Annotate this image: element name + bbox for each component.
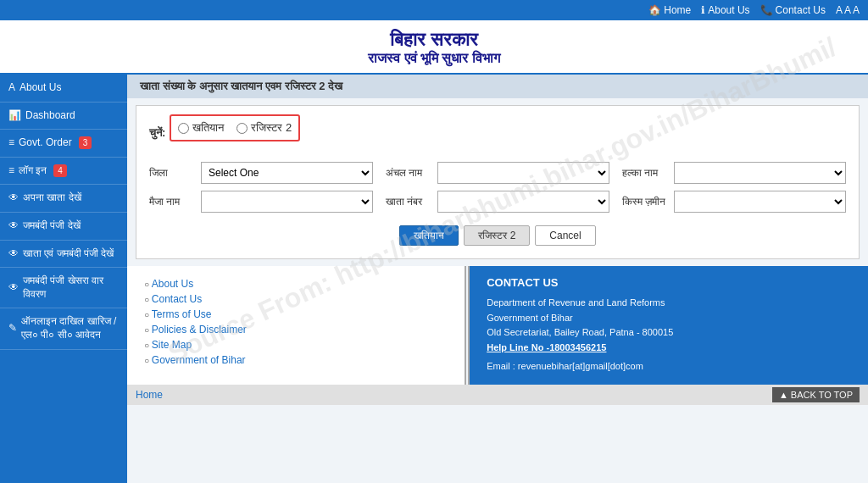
kism-field: किस्म ज़मीन — [622, 191, 846, 213]
form-section: चुनें: खतियान रजिस्टर 2 जिला — [136, 105, 860, 259]
khata-field: खाता नंबर — [386, 191, 609, 213]
apna-khata-icon: 👁 — [8, 191, 19, 205]
radio-group: खतियान रजिस्टर 2 — [170, 114, 300, 141]
footer-link-policies[interactable]: Policies & Disclaimer — [144, 322, 448, 337]
site-title2: राजस्व एवं भूमि सुधार विभाग — [0, 51, 868, 66]
page-heading: खाता संख्या के अनुसार खातयान एवम रजिस्टर… — [127, 75, 868, 98]
sidebar-item-about[interactable]: A About Us — [0, 75, 127, 103]
sidebar-item-govt-order[interactable]: ≡ Govt. Order 3 — [0, 130, 127, 158]
site-title1: बिहार सरकार — [0, 29, 868, 51]
dashboard-icon: 📊 — [8, 109, 21, 123]
footer-link-gov[interactable]: Government of Bihar — [144, 352, 448, 368]
anchal-field: अंचल नाम — [386, 162, 609, 184]
online-dakhal-icon: ✎ — [8, 322, 17, 336]
jambandi-icon: 👁 — [8, 219, 19, 233]
site-header: बिहार सरकार राजस्व एवं भूमि सुधार विभाग — [0, 20, 868, 75]
khata-label: खाता नंबर — [386, 196, 432, 208]
sidebar-item-khata-jambandi[interactable]: 👁 खाता एवं जमबंदी पंजी देखें — [0, 241, 127, 269]
district-field: जिला Select One — [149, 162, 373, 184]
footer-link-sitemap[interactable]: Site Map — [144, 337, 448, 352]
halka-field: हल्का नाम — [622, 162, 846, 184]
anchal-select[interactable] — [437, 162, 609, 184]
sidebar-item-jambandi[interactable]: 👁 जमबंदी पंजी देखें — [0, 213, 127, 241]
mauza-label: मैजा नाम — [149, 196, 196, 208]
contact-nav-link[interactable]: 📞 Contact Us — [760, 4, 826, 16]
contact-helpline[interactable]: Help Line No -18003456215 — [487, 341, 851, 356]
action-buttons: खतियान रजिस्टर 2 Cancel — [149, 221, 846, 250]
kism-select[interactable] — [674, 191, 846, 213]
footer-bottom: Home ▲ BACK TO TOP — [127, 385, 868, 405]
footer-nav-home[interactable]: Home — [136, 389, 163, 401]
khatiyan-button[interactable]: खतियान — [399, 225, 459, 246]
kism-label: किस्म ज़मीन — [622, 196, 669, 208]
radio-khatiyan[interactable] — [178, 123, 189, 134]
form-row-2: मैजा नाम खाता नंबर किस्म ज़मीन — [149, 191, 846, 213]
footer-link-list: About Us Contact Us Terms of Use Policie… — [144, 276, 448, 368]
khata-jambandi-icon: 👁 — [8, 247, 19, 261]
district-select[interactable]: Select One — [201, 162, 373, 184]
contact-icon: 📞 — [760, 4, 773, 16]
halka-select[interactable] — [674, 162, 846, 184]
top-navigation: 🏠 Home ℹ About Us 📞 Contact Us A A A — [0, 0, 868, 20]
footer-links: About Us Contact Us Terms of Use Policie… — [127, 266, 465, 385]
sidebar-item-online-dakhal[interactable]: ✎ ऑनलाइन दाखिल खारिज / एल० पी० सी० आवेदन — [0, 308, 127, 349]
sidebar: A About Us 📊 Dashboard ≡ Govt. Order 3 ≡… — [0, 75, 127, 483]
govt-order-icon: ≡ — [8, 136, 14, 150]
footer-divider — [465, 266, 466, 385]
footer-contact: CONTACT US Department of Revenue and Lan… — [470, 266, 868, 385]
contact-title: CONTACT US — [487, 276, 851, 289]
home-icon: 🏠 — [648, 4, 661, 16]
mauza-field: मैजा नाम — [149, 191, 373, 213]
home-nav-link[interactable]: 🏠 Home — [648, 4, 691, 16]
footer-nav: Home — [136, 389, 163, 401]
about-icon: ℹ — [701, 4, 705, 16]
footer-link-terms[interactable]: Terms of Use — [144, 307, 448, 322]
sidebar-item-apna-khata[interactable]: 👁 अपना खाता देखें — [0, 185, 127, 213]
main-layout: Source From: http://biharbhumi.bihar.gov… — [0, 75, 868, 483]
district-label: जिला — [149, 167, 196, 179]
mauza-select[interactable] — [201, 191, 373, 213]
contact-address: Old Secretariat, Bailey Road, Patna - 80… — [487, 325, 851, 341]
footer-link-about[interactable]: About Us — [144, 276, 448, 291]
khata-select[interactable] — [437, 191, 609, 213]
about-nav-link[interactable]: ℹ About Us — [701, 4, 749, 16]
govt-order-badge: 3 — [79, 136, 92, 149]
jambandi-khesra-icon: 👁 — [8, 281, 19, 295]
halka-label: हल्का नाम — [622, 167, 669, 179]
sidebar-item-dashboard[interactable]: 📊 Dashboard — [0, 103, 127, 130]
contact-dept: Department of Revenue and Land Reforms — [487, 296, 851, 311]
back-to-top-button[interactable]: ▲ BACK TO TOP — [772, 387, 860, 402]
contact-email: Email : revenuebihar[at]gmail[dot]com — [487, 359, 851, 374]
sidebar-item-login[interactable]: ≡ लॉग इन 4 — [0, 158, 127, 186]
contact-govt: Government of Bihar — [487, 311, 851, 326]
content-area: खाता संख्या के अनुसार खातयान एवम रजिस्टर… — [127, 75, 868, 483]
footer-link-contact[interactable]: Contact Us — [144, 291, 448, 307]
about-sidebar-icon: A — [8, 81, 15, 95]
accessibility-icons: A A A — [836, 4, 860, 16]
radio-register2-label[interactable]: रजिस्टर 2 — [236, 121, 292, 135]
cancel-button[interactable]: Cancel — [535, 225, 595, 246]
login-badge: 4 — [53, 164, 67, 177]
radio-register2[interactable] — [236, 123, 248, 134]
form-row-1: जिला Select One अंचल नाम हल्का नाम — [149, 162, 846, 184]
radio-khatiyan-label[interactable]: खतियान — [178, 121, 224, 135]
anchal-label: अंचल नाम — [386, 167, 432, 179]
footer-container: About Us Contact Us Terms of Use Policie… — [127, 266, 868, 385]
sidebar-item-jambandi-khesra[interactable]: 👁 जमबंदी पंजी खेसरा वार विवरण — [0, 268, 127, 308]
login-icon: ≡ — [8, 164, 14, 178]
choose-label: चुनें: — [149, 126, 165, 140]
register2-button[interactable]: रजिस्टर 2 — [464, 225, 530, 246]
